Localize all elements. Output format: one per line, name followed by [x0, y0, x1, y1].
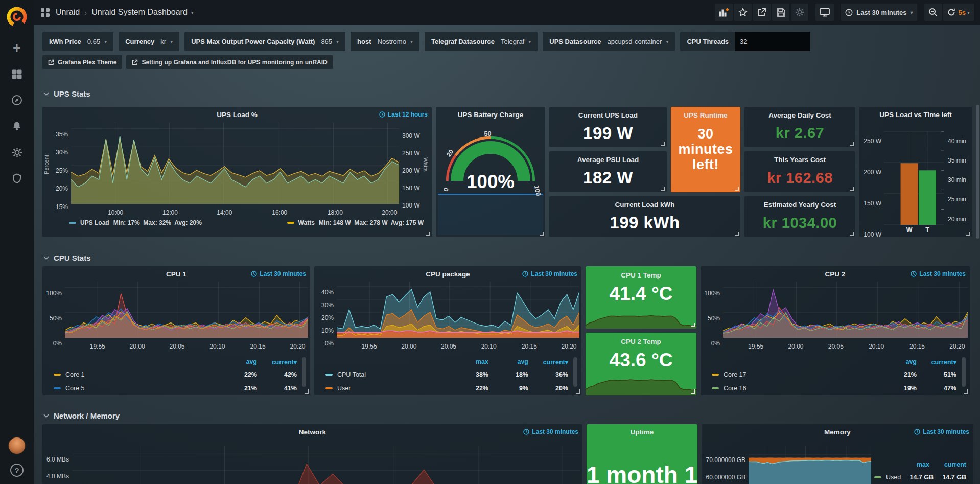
panel-time-link[interactable]: Last 30 minutes [523, 428, 578, 435]
stat-value: kr 1034.00 [763, 209, 837, 237]
y-tick-label: 100 W [402, 202, 420, 209]
legend-sort-header-max[interactable]: max [449, 358, 488, 365]
x-tick-label: 10:00 [108, 209, 123, 216]
dashboard-link-grafana-plex-theme[interactable]: Grafana Plex Theme [42, 55, 122, 69]
ups-stats-grid: Current UPS Load 199 W Average PSU Load … [549, 107, 855, 237]
grafana-logo[interactable] [5, 5, 29, 29]
legend-series-name[interactable]: CPU Total [325, 371, 449, 378]
refresh-picker[interactable]: 5s ▾ [943, 4, 974, 21]
stat-title[interactable]: CPU 2 Temp [621, 338, 661, 345]
legend-sort-header-current[interactable]: current▾ [917, 358, 956, 366]
variable-telegraf-datasource[interactable]: Telegraf DatasourceTelegraf▾ [425, 32, 538, 51]
cycle-view-mode-button[interactable] [815, 4, 834, 21]
legend-row-core-16[interactable]: Core 1619%47% [712, 381, 956, 395]
legend-row-user[interactable]: User22%9%20% [325, 381, 568, 395]
chevron-down-icon: ▾ [410, 39, 413, 44]
panel-time-link[interactable]: Last 12 hours [379, 111, 428, 118]
legend-series-name[interactable]: Core 17 [712, 371, 877, 378]
stat-title[interactable]: CPU 1 Temp [621, 271, 661, 279]
panel-time-link[interactable]: Last 30 minutes [522, 270, 577, 278]
legend-value: 22% [217, 371, 257, 378]
variable-ups-datasource[interactable]: UPS Datasourceapcupsd-container▾ [543, 32, 675, 51]
dashboards-icon[interactable] [11, 68, 23, 80]
legend-value: 21% [217, 385, 257, 392]
panel-title[interactable]: Network [42, 428, 582, 436]
time-range-picker[interactable]: Last 30 minutes ▾ [841, 4, 917, 21]
stat-title[interactable]: Estimated Yearly Cost [764, 201, 836, 209]
legend-series-name[interactable]: Core 16 [712, 385, 877, 392]
legend-sort-header-avg[interactable]: avg [877, 358, 917, 365]
legend-marker [325, 387, 333, 389]
variable-kwh-price[interactable]: kWh Price0.65▾ [42, 32, 113, 51]
breadcrumb-folder[interactable]: Unraid [56, 8, 80, 17]
stat-title[interactable]: UPS Runtime [684, 111, 728, 119]
panel-title[interactable]: UPS Load vs Time left [859, 111, 972, 119]
section-ups-stats[interactable]: UPS Stats [43, 87, 973, 100]
explore-compass-icon[interactable] [11, 94, 23, 106]
legend-series-name[interactable]: Core 5 [54, 385, 217, 392]
legend-row-core-17[interactable]: Core 1721%51% [712, 367, 956, 381]
y-tick-label: 250 W [402, 150, 420, 157]
alerting-bell-icon[interactable] [11, 120, 23, 132]
legend-series-name[interactable]: Core 1 [54, 371, 217, 378]
save-button[interactable] [772, 4, 789, 21]
legend-row-core-1[interactable]: Core 122%42% [54, 367, 297, 381]
legend-row-used[interactable]: Used14.7 GB14.7 GB [874, 470, 966, 484]
section-network-memory[interactable]: Network / Memory [43, 409, 973, 422]
legend-value: 20% [528, 385, 568, 392]
create-plus-icon[interactable]: + [11, 42, 23, 54]
x-tick-label: 20:20 [290, 343, 305, 350]
configuration-gear-icon[interactable] [11, 146, 23, 158]
legend-scrollbar[interactable] [962, 357, 966, 387]
legend-item-ups-load[interactable]: UPS LoadMin: 17% Max: 32% Avg: 20% [69, 219, 202, 226]
legend-sort-header-max[interactable]: max [893, 461, 929, 468]
zoom-out-button[interactable] [924, 4, 942, 21]
legend-item-watts[interactable]: WattsMin: 148 W Max: 278 W Avg: 175 W [287, 219, 424, 226]
variable-input[interactable] [735, 32, 810, 51]
bar-label: T [925, 226, 929, 234]
legend-sort-header-current[interactable]: current▾ [528, 358, 568, 366]
stat-title[interactable]: Current UPS Load [578, 111, 638, 119]
panel-title[interactable]: UPS Load % [42, 111, 432, 119]
legend-row-core-5[interactable]: Core 521%41% [54, 381, 297, 395]
legend-sort-header-current[interactable]: current [929, 461, 966, 468]
user-avatar[interactable] [8, 437, 26, 454]
legend-sort-header-avg[interactable]: avg [488, 358, 528, 365]
panel-title[interactable]: UPS Battery Charge [436, 111, 545, 119]
legend-sort-header-current[interactable]: current▾ [257, 358, 297, 366]
stat-title[interactable]: Average Daily Cost [768, 111, 831, 119]
x-tick-label: 20:10 [209, 343, 225, 350]
stat-title[interactable]: Average PSU Load [577, 156, 639, 164]
star-button[interactable] [734, 4, 752, 21]
section-cpu-stats[interactable]: CPU Stats [43, 251, 973, 264]
panel-title[interactable]: Uptime [587, 428, 697, 436]
dashboard-link-setting-up-grafana-a[interactable]: Setting up Grafana and InfluxDB for UPS … [126, 55, 333, 69]
stat-title[interactable]: This Years Cost [774, 156, 826, 164]
panel-time-link[interactable]: Last 30 minutes [251, 270, 306, 278]
legend-series-name[interactable]: Used [874, 474, 901, 481]
legend-row-cpu-total[interactable]: CPU Total38%18%36% [325, 367, 568, 381]
page-scrollbar[interactable] [976, 105, 979, 239]
legend-scrollbar[interactable] [302, 357, 306, 387]
breadcrumb-dashboard[interactable]: Unraid System Dashboard ▾ [91, 8, 194, 17]
stat-title[interactable]: Current Load kWh [615, 201, 675, 209]
server-admin-shield-icon[interactable] [11, 172, 23, 185]
external-link-icon [132, 59, 138, 65]
variable-host[interactable]: hostNostromo▾ [351, 32, 419, 51]
dashboard-settings-button[interactable] [791, 4, 808, 21]
panel-time-link[interactable]: Last 30 minutes [914, 428, 969, 435]
share-button[interactable] [753, 4, 771, 21]
legend-series-name[interactable]: User [325, 385, 449, 392]
dashboard-title: Unraid System Dashboard [91, 8, 188, 17]
legend-sort-header-avg[interactable]: avg [217, 358, 257, 365]
add-panel-button[interactable] [715, 4, 733, 21]
legend-scrollbar[interactable] [573, 357, 577, 387]
apps-grid-icon[interactable] [41, 8, 50, 17]
variable-ups-max-output-power-capacity-watt[interactable]: UPS Max Output Power Capacity (Watt)865▾ [184, 32, 345, 51]
panel-time-link[interactable]: Last 30 minutes [911, 270, 966, 278]
variable-currency[interactable]: Currencykr▾ [119, 32, 179, 51]
variable-cpu-threads[interactable]: CPU Threads [680, 32, 810, 51]
panel-network: Network Last 30 minutes 6.0 MBs4.0 MBs2.… [42, 424, 582, 484]
help-icon[interactable]: ? [10, 464, 24, 477]
legend-value: 18% [488, 371, 528, 378]
